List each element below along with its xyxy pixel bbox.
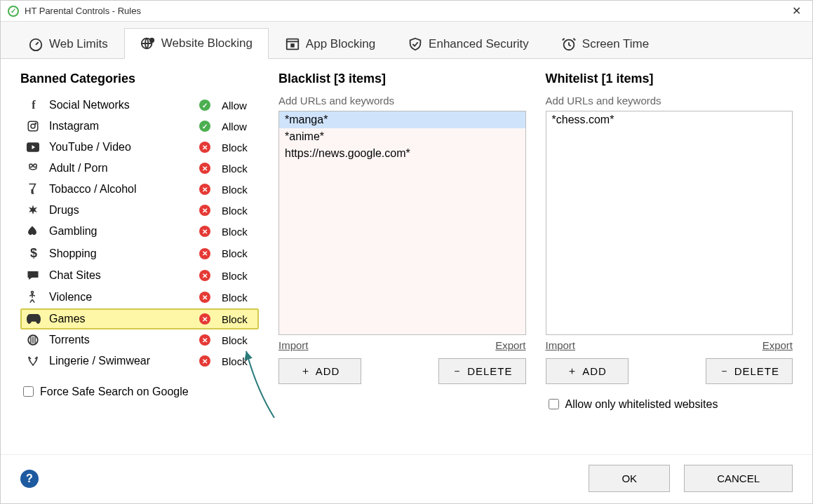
list-item[interactable]: *manga* <box>279 111 525 128</box>
svg-point-7 <box>31 124 35 128</box>
cross-icon: ✕ <box>199 248 210 259</box>
cancel-button[interactable]: CANCEL <box>684 465 793 492</box>
category-name: Shopping <box>49 247 191 260</box>
category-name: Instagram <box>49 120 191 132</box>
btn-label: DELETE <box>734 365 779 377</box>
close-icon[interactable]: ✕ <box>788 4 805 18</box>
cross-icon: ✕ <box>199 270 210 281</box>
svg-point-11 <box>34 164 37 168</box>
blacklist-export-link[interactable]: Export <box>495 339 525 351</box>
status-label: Block <box>222 247 253 259</box>
blacklist-add-button[interactable]: ＋ADD <box>278 358 361 384</box>
cross-icon: ✕ <box>199 292 210 303</box>
only-whitelist-row[interactable]: Allow only whitelisted websites <box>546 397 793 411</box>
title-bar: ✓ HT Parental Controls - Rules ✕ <box>1 1 812 22</box>
adult-icon <box>27 162 41 175</box>
drugs-icon <box>27 204 41 217</box>
cross-icon: ✕ <box>199 163 210 174</box>
category-row-chat[interactable]: Chat Sites✕Block <box>20 265 259 286</box>
gauge-icon <box>28 36 43 52</box>
only-whitelist-checkbox[interactable] <box>549 399 559 409</box>
whitelist-add-button[interactable]: ＋ADD <box>546 358 629 384</box>
btn-label: DELETE <box>467 365 512 377</box>
whitelist-panel: Whitelist [1 items] Add URLs and keyword… <box>546 71 793 451</box>
category-row-games[interactable]: Games✕Block <box>20 308 259 329</box>
tab-web-limits[interactable]: Web Limits <box>12 28 124 59</box>
category-row-violence[interactable]: Violence✕Block <box>20 286 259 308</box>
category-name: Drugs <box>49 204 191 217</box>
svg-point-8 <box>35 123 36 125</box>
games-icon <box>27 314 41 324</box>
cross-icon: ✕ <box>199 205 210 216</box>
svg-point-10 <box>29 164 33 168</box>
alcohol-icon <box>27 183 41 196</box>
status-label: Block <box>222 270 253 282</box>
check-icon: ✓ <box>199 121 210 132</box>
tab-enhanced-security[interactable]: Enhanced Security <box>391 28 545 59</box>
tab-label: App Blocking <box>306 37 375 51</box>
app-icon: ✓ <box>8 6 19 17</box>
category-row-lingerie[interactable]: Lingerie / Swimwear✕Block <box>20 350 259 372</box>
cross-icon: ✕ <box>199 142 210 153</box>
category-row-adult[interactable]: Adult / Porn✕Block <box>20 158 259 179</box>
category-row-facebook[interactable]: fSocial Networks✓Allow <box>20 95 259 116</box>
cross-icon: ✕ <box>199 226 210 237</box>
tab-label: Web Limits <box>49 37 108 51</box>
category-name: Torrents <box>49 334 191 346</box>
instagram-icon <box>27 120 41 132</box>
cross-icon: ✕ <box>199 334 210 346</box>
category-list: fSocial Networks✓AllowInstagram✓AllowYou… <box>20 95 259 372</box>
check-icon: ✓ <box>199 100 210 111</box>
whitelist-delete-button[interactable]: －DELETE <box>706 358 793 384</box>
category-row-youtube[interactable]: YouTube / Video✕Block <box>20 137 259 158</box>
torrents-icon <box>27 334 41 346</box>
blacklist-sub: Add URLs and keywords <box>278 95 526 107</box>
status-label: Block <box>222 163 253 175</box>
blacklist-delete-button[interactable]: －DELETE <box>438 358 525 384</box>
tab-bar: Web Limits Website Blocking App Blocking… <box>1 22 812 59</box>
category-name: Tobacco / Alcohol <box>49 183 191 196</box>
svg-point-2 <box>150 39 154 43</box>
help-icon[interactable]: ? <box>20 470 39 488</box>
blacklist-import-link[interactable]: Import <box>278 339 309 351</box>
shopping-icon: $ <box>27 246 41 261</box>
globe-gear-icon <box>140 36 156 51</box>
category-row-shopping[interactable]: $Shopping✕Block <box>20 242 259 265</box>
status-label: Block <box>222 142 253 154</box>
category-row-alcohol[interactable]: Tobacco / Alcohol✕Block <box>20 179 259 200</box>
minus-icon: － <box>452 365 463 378</box>
blacklist-heading: Blacklist [3 items] <box>278 71 526 86</box>
status-label: Block <box>222 205 253 217</box>
ok-button[interactable]: OK <box>589 465 670 492</box>
category-name: Lingerie / Swimwear <box>49 355 191 367</box>
category-row-torrents[interactable]: Torrents✕Block <box>20 329 259 350</box>
shield-icon <box>408 36 423 52</box>
dialog-footer: ? OK CANCEL <box>1 454 812 503</box>
alarm-clock-icon <box>561 36 577 52</box>
category-name: Violence <box>49 291 191 304</box>
list-item[interactable]: https://news.google.com* <box>279 145 525 162</box>
tab-screen-time[interactable]: Screen Time <box>545 28 665 59</box>
list-item[interactable]: *chess.com* <box>546 111 793 128</box>
category-row-drugs[interactable]: Drugs✕Block <box>20 200 259 221</box>
category-name: YouTube / Video <box>49 141 191 154</box>
blacklist-listbox[interactable]: *manga**anime*https://news.google.com* <box>278 111 526 335</box>
category-row-gambling[interactable]: Gambling✕Block <box>20 221 259 242</box>
category-row-instagram[interactable]: Instagram✓Allow <box>20 116 259 137</box>
safe-search-checkbox[interactable] <box>23 386 34 397</box>
btn-label: ADD <box>582 365 607 377</box>
safe-search-row[interactable]: Force Safe Search on Google <box>20 384 259 399</box>
list-item[interactable]: *anime* <box>279 128 525 145</box>
tab-label: Screen Time <box>582 37 649 51</box>
whitelist-import-link[interactable]: Import <box>546 339 576 351</box>
tab-app-blocking[interactable]: App Blocking <box>269 28 391 59</box>
gambling-icon <box>27 225 41 238</box>
tab-website-blocking[interactable]: Website Blocking <box>124 28 269 59</box>
content-area: Banned Categories fSocial Networks✓Allow… <box>1 59 812 451</box>
banned-categories-panel: Banned Categories fSocial Networks✓Allow… <box>20 71 259 451</box>
safe-search-label: Force Safe Search on Google <box>40 386 189 398</box>
only-whitelist-label: Allow only whitelisted websites <box>565 398 718 411</box>
whitelist-listbox[interactable]: *chess.com* <box>546 111 793 335</box>
violence-icon <box>27 290 41 304</box>
whitelist-export-link[interactable]: Export <box>762 339 793 351</box>
